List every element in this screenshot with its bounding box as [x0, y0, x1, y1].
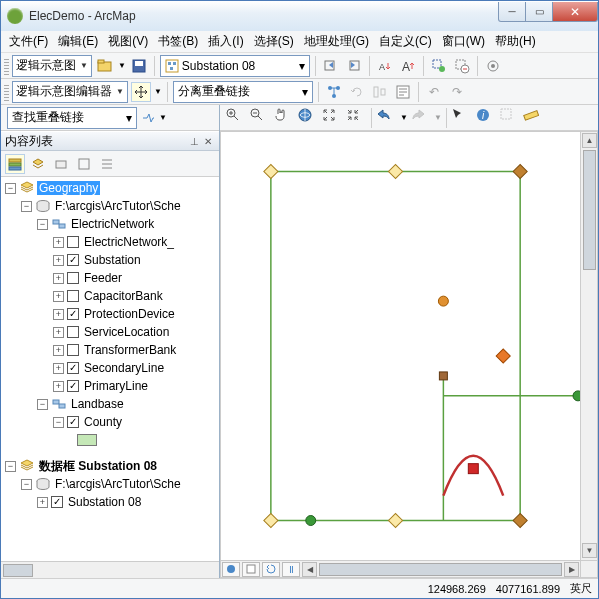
options-gear-icon[interactable]: [483, 56, 503, 76]
toc-hscroll[interactable]: [1, 561, 219, 578]
layer-item[interactable]: CapacitorBank: [82, 289, 165, 303]
schematic-menu[interactable]: 逻辑示意图▼: [12, 55, 92, 77]
expand-icon[interactable]: +: [53, 291, 64, 302]
identify-icon[interactable]: i: [475, 107, 497, 129]
menu-file[interactable]: 文件(F): [5, 31, 52, 52]
menu-bookmarks[interactable]: 书签(B): [154, 31, 202, 52]
zoom-in-icon[interactable]: [225, 107, 247, 129]
layer-item[interactable]: Substation: [82, 253, 143, 267]
toolbar-grip[interactable]: [4, 83, 9, 101]
checkbox[interactable]: [67, 290, 79, 302]
group-electricnetwork[interactable]: ElectricNetwork: [69, 217, 156, 231]
layer-item[interactable]: ProtectionDevice: [82, 307, 177, 321]
checkbox[interactable]: ✓: [67, 308, 79, 320]
dropdown-arrow-icon[interactable]: ▼: [434, 113, 442, 122]
gdb-path[interactable]: F:\arcgis\ArcTutor\Sche: [53, 199, 183, 213]
dropdown-arrow-icon[interactable]: ▼: [118, 61, 126, 70]
menu-window[interactable]: 窗口(W): [438, 31, 489, 52]
collapse-icon[interactable]: −: [21, 201, 32, 212]
data-view-icon[interactable]: [222, 562, 240, 577]
checkbox[interactable]: [67, 272, 79, 284]
menu-edit[interactable]: 编辑(E): [54, 31, 102, 52]
menu-help[interactable]: 帮助(H): [491, 31, 540, 52]
layer-item[interactable]: Substation 08: [66, 495, 143, 509]
select-features-icon[interactable]: [451, 107, 473, 129]
fixed-zoom-out-icon[interactable]: [345, 107, 367, 129]
layout-task-combo[interactable]: 分离重叠链接▾: [173, 81, 313, 103]
rotate-selection-icon[interactable]: [347, 82, 367, 102]
map-canvas[interactable]: [221, 132, 580, 560]
checkbox[interactable]: ✓: [67, 416, 79, 428]
collapse-icon[interactable]: −: [37, 399, 48, 410]
measure-icon[interactable]: [523, 107, 545, 129]
toc-tree[interactable]: − Geography − F:\arcgis\ArcTutor\Sche − …: [1, 177, 219, 561]
list-by-drawing-icon[interactable]: [5, 154, 25, 174]
collapse-icon[interactable]: −: [53, 417, 64, 428]
minimize-button[interactable]: ─: [498, 2, 526, 22]
propagate-out-icon[interactable]: [344, 56, 364, 76]
toc-options-icon[interactable]: [97, 154, 117, 174]
expand-icon[interactable]: +: [53, 237, 64, 248]
clear-selection-icon[interactable]: [499, 107, 521, 129]
list-by-source-icon[interactable]: [28, 154, 48, 174]
select-schematic-icon[interactable]: [429, 56, 449, 76]
dataframe-geography[interactable]: Geography: [37, 181, 100, 195]
collapse-icon[interactable]: −: [5, 461, 16, 472]
save-diagram-icon[interactable]: [129, 56, 149, 76]
layer-item[interactable]: ElectricNetwork_: [82, 235, 176, 249]
close-button[interactable]: ✕: [552, 2, 598, 22]
clear-selection-icon[interactable]: [452, 56, 472, 76]
increase-symbol-icon[interactable]: A: [398, 56, 418, 76]
dropdown-arrow-icon[interactable]: ▼: [159, 113, 167, 122]
editor-menu[interactable]: 逻辑示意图编辑器▼: [12, 81, 128, 103]
layer-item[interactable]: PrimaryLine: [82, 379, 150, 393]
fixed-zoom-in-icon[interactable]: [321, 107, 343, 129]
menu-insert[interactable]: 插入(I): [204, 31, 247, 52]
propagate-in-icon[interactable]: [321, 56, 341, 76]
list-by-visibility-icon[interactable]: [51, 154, 71, 174]
folder-diagram-icon[interactable]: [95, 56, 115, 76]
expand-icon[interactable]: +: [53, 381, 64, 392]
titlebar[interactable]: ElecDemo - ArcMap ─ ▭ ✕: [1, 1, 598, 31]
maximize-button[interactable]: ▭: [525, 2, 553, 22]
menu-customize[interactable]: 自定义(C): [375, 31, 436, 52]
checkbox[interactable]: ✓: [67, 380, 79, 392]
redo-edit-icon[interactable]: ↷: [447, 82, 467, 102]
collapse-icon[interactable]: −: [5, 183, 16, 194]
zoom-out-icon[interactable]: [249, 107, 271, 129]
align-icon[interactable]: [370, 82, 390, 102]
expand-icon[interactable]: +: [53, 255, 64, 266]
refresh-icon[interactable]: [262, 562, 280, 577]
layer-item[interactable]: County: [82, 415, 124, 429]
layout-run-icon[interactable]: [324, 82, 344, 102]
layer-item[interactable]: TransformerBank: [82, 343, 178, 357]
checkbox[interactable]: ✓: [67, 362, 79, 374]
run-overlap-icon[interactable]: [140, 110, 156, 126]
menu-selection[interactable]: 选择(S): [250, 31, 298, 52]
toolbar-grip[interactable]: [4, 57, 9, 75]
dropdown-arrow-icon[interactable]: ▼: [154, 87, 162, 96]
pin-icon[interactable]: ⊥: [187, 134, 201, 148]
full-extent-icon[interactable]: [297, 107, 319, 129]
symbol-swatch[interactable]: [77, 434, 97, 446]
undo-edit-icon[interactable]: ↶: [424, 82, 444, 102]
close-panel-icon[interactable]: ✕: [201, 134, 215, 148]
forward-extent-icon[interactable]: [410, 107, 432, 129]
horizontal-scrollbar[interactable]: Ⅱ ◀ ▶: [221, 560, 580, 577]
pan-icon[interactable]: [273, 107, 295, 129]
collapse-icon[interactable]: −: [37, 219, 48, 230]
diagram-combo[interactable]: Substation 08 ▾: [160, 55, 310, 77]
layout-props-icon[interactable]: [393, 82, 413, 102]
expand-icon[interactable]: +: [53, 363, 64, 374]
layout-view-icon[interactable]: [242, 562, 260, 577]
menu-geoprocessing[interactable]: 地理处理(G): [300, 31, 373, 52]
menu-view[interactable]: 视图(V): [104, 31, 152, 52]
vertical-scrollbar[interactable]: ▲ ▼: [580, 132, 597, 560]
layer-item[interactable]: ServiceLocation: [82, 325, 171, 339]
overlap-combo[interactable]: 查找重叠链接▾: [7, 107, 137, 129]
expand-icon[interactable]: +: [53, 327, 64, 338]
checkbox[interactable]: [67, 326, 79, 338]
list-by-selection-icon[interactable]: [74, 154, 94, 174]
checkbox[interactable]: [67, 236, 79, 248]
collapse-icon[interactable]: −: [21, 479, 32, 490]
